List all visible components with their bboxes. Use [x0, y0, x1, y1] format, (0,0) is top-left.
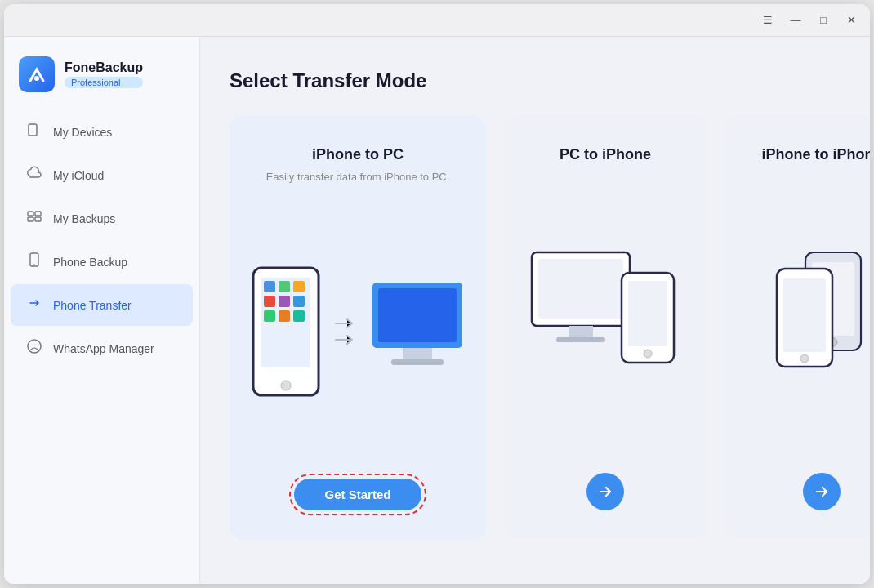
app-logo-icon [19, 56, 55, 92]
page-title: Select Transfer Mode [230, 69, 841, 92]
svg-rect-16 [279, 296, 290, 307]
phone-transfer-icon [25, 295, 43, 315]
get-started-button[interactable]: Get Started [294, 479, 422, 510]
iphone-to-iphone-arrow-button[interactable] [803, 473, 841, 510]
sidebar-item-my-backups[interactable]: My Backups [11, 198, 193, 239]
sidebar-label-phone-backup: Phone Backup [53, 256, 127, 269]
sidebar-item-my-devices[interactable]: My Devices [11, 111, 193, 153]
svg-rect-28 [569, 326, 593, 337]
svg-rect-18 [264, 310, 275, 322]
card-title-iphone-to-pc: iPhone to PC [312, 146, 404, 163]
svg-rect-12 [264, 281, 275, 292]
svg-rect-37 [783, 278, 826, 352]
svg-rect-17 [293, 296, 305, 307]
main-content: Select Transfer Mode iPhone to PC Easily… [200, 37, 870, 584]
sidebar-label-my-backups: My Backups [53, 212, 115, 225]
menu-button[interactable]: ☰ [760, 13, 775, 28]
card-pc-to-iphone[interactable]: PC to iPhone [504, 115, 707, 540]
sidebar-item-my-icloud[interactable]: My iCloud [11, 154, 193, 196]
svg-rect-19 [279, 310, 290, 322]
phone-backup-icon [25, 252, 43, 272]
svg-rect-1 [29, 124, 37, 136]
svg-rect-14 [293, 281, 305, 292]
minimize-icon: — [791, 14, 801, 26]
app-body: FoneBackup Professional My Devices [4, 37, 870, 584]
sidebar-label-phone-transfer: Phone Transfer [53, 299, 132, 312]
svg-rect-31 [628, 281, 667, 346]
close-icon: ✕ [847, 14, 856, 26]
devices-icon [25, 122, 43, 142]
svg-rect-20 [293, 310, 305, 322]
svg-rect-27 [538, 259, 623, 319]
icloud-icon [25, 165, 43, 185]
card-iphone-to-iphone[interactable]: iPhone to iPhone [725, 115, 870, 540]
svg-rect-23 [378, 288, 457, 342]
maximize-icon: □ [820, 14, 827, 26]
backups-icon [25, 208, 43, 229]
svg-point-21 [281, 381, 291, 390]
card-title-iphone-to-iphone: iPhone to iPhone [762, 146, 871, 163]
svg-rect-4 [35, 212, 41, 216]
svg-rect-29 [556, 337, 605, 342]
svg-rect-6 [35, 217, 41, 221]
svg-rect-13 [279, 281, 290, 292]
card-illustration-iphone-to-pc [249, 209, 466, 454]
card-illustration-iphone-to-iphone [744, 170, 870, 448]
app-window: ☰ — □ ✕ FoneBackup Professio [4, 4, 870, 584]
sidebar-label-my-icloud: My iCloud [53, 169, 104, 182]
pc-to-iphone-arrow-button[interactable] [586, 473, 624, 510]
maximize-button[interactable]: □ [816, 13, 831, 28]
whatsapp-icon [25, 338, 43, 359]
minimize-button[interactable]: — [788, 13, 803, 28]
svg-rect-5 [28, 217, 33, 221]
svg-point-32 [644, 350, 652, 358]
logo-text: FoneBackup Professional [65, 60, 143, 88]
app-badge: Professional [65, 77, 143, 88]
sidebar-label-whatsapp-manager: WhatsApp Manager [53, 342, 154, 355]
card-title-pc-to-iphone: PC to iPhone [560, 146, 651, 163]
card-illustration-pc-to-iphone [524, 170, 687, 448]
svg-rect-2 [30, 126, 35, 134]
svg-point-38 [800, 354, 809, 363]
sidebar: FoneBackup Professional My Devices [4, 37, 200, 584]
sidebar-label-my-devices: My Devices [53, 126, 112, 139]
svg-point-9 [28, 340, 41, 353]
sidebar-item-phone-transfer[interactable]: Phone Transfer [11, 284, 193, 326]
app-name: FoneBackup [65, 60, 143, 75]
svg-rect-24 [403, 348, 432, 359]
menu-icon: ☰ [763, 14, 773, 26]
svg-rect-3 [28, 212, 33, 216]
sidebar-item-phone-backup[interactable]: Phone Backup [11, 241, 193, 283]
close-button[interactable]: ✕ [844, 13, 858, 28]
card-desc-iphone-to-pc: Easily transfer data from iPhone to PC. [266, 170, 450, 185]
svg-point-0 [34, 76, 39, 81]
sidebar-item-whatsapp-manager[interactable]: WhatsApp Manager [11, 327, 193, 369]
card-iphone-to-pc[interactable]: iPhone to PC Easily transfer data from i… [230, 115, 486, 540]
svg-rect-15 [264, 296, 275, 307]
svg-rect-25 [391, 359, 444, 365]
transfer-mode-cards: iPhone to PC Easily transfer data from i… [230, 115, 841, 540]
logo-area: FoneBackup Professional [4, 45, 199, 110]
titlebar: ☰ — □ ✕ [4, 4, 870, 37]
